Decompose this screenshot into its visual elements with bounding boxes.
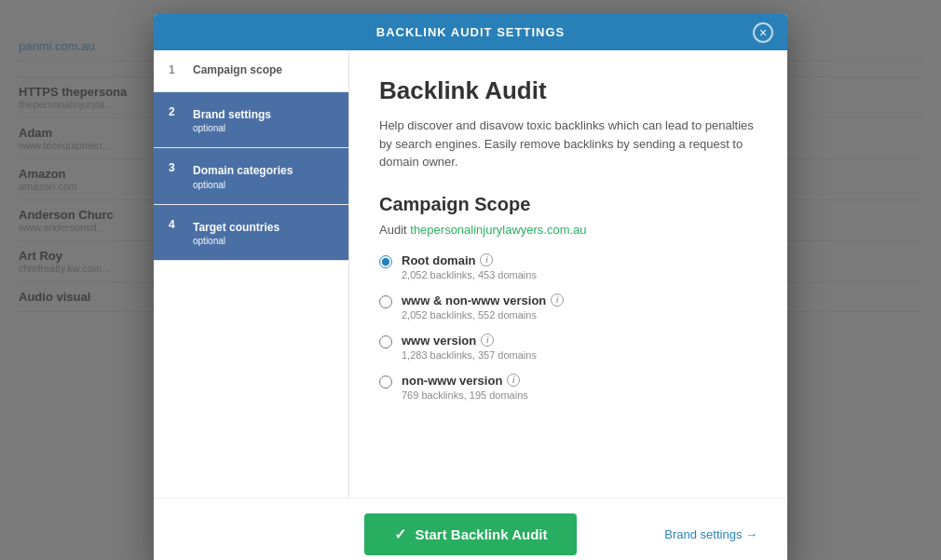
audit-domain-row: Audit thepersonalinjurylawyers.com.au bbox=[379, 223, 757, 237]
step-number: 2 bbox=[169, 105, 184, 118]
info-icon[interactable]: i bbox=[551, 294, 564, 307]
radio-group: Root domain i 2,052 backlinks, 453 domai… bbox=[379, 253, 757, 480]
section-title: Campaign Scope bbox=[379, 194, 757, 215]
sidebar-item-brand-settings[interactable]: 2 Brand settingsoptional bbox=[154, 92, 348, 149]
modal-footer: ✓ Start Backlink Audit Brand settings → bbox=[154, 498, 787, 560]
step-optional-label: optional bbox=[193, 179, 293, 191]
sidebar-item-target-countries[interactable]: 4 Target countriesoptional bbox=[154, 205, 348, 262]
step-number: 1 bbox=[169, 63, 184, 76]
sidebar-item-label: Campaign scope bbox=[193, 63, 282, 78]
radio-label-www-nonwww: www & non-www version i bbox=[402, 294, 564, 307]
brand-settings-link[interactable]: Brand settings → bbox=[664, 527, 757, 541]
checkmark-icon: ✓ bbox=[394, 526, 406, 543]
modal-header: BACKLINK AUDIT SETTINGS × bbox=[154, 14, 787, 50]
radio-stats-root: 2,052 backlinks, 453 domains bbox=[402, 269, 537, 280]
radio-input-www[interactable] bbox=[379, 335, 392, 348]
start-audit-button[interactable]: ✓ Start Backlink Audit bbox=[364, 513, 578, 555]
radio-option-www-nonwww[interactable]: www & non-www version i 2,052 backlinks,… bbox=[379, 294, 757, 321]
modal-body: 1 Campaign scope 2 Brand settingsoptiona… bbox=[154, 50, 787, 498]
modal: BACKLINK AUDIT SETTINGS × 1 Campaign sco… bbox=[154, 14, 787, 560]
sidebar-item-label: Brand settingsoptional bbox=[193, 108, 271, 135]
step-optional-label: optional bbox=[193, 235, 280, 247]
step-number: 3 bbox=[169, 161, 184, 174]
content-title: Backlink Audit bbox=[379, 76, 757, 105]
modal-sidebar: 1 Campaign scope 2 Brand settingsoptiona… bbox=[154, 50, 349, 498]
radio-option-www[interactable]: www version i 1,283 backlinks, 357 domai… bbox=[379, 334, 757, 361]
sidebar-item-domain-categories[interactable]: 3 Domain categoriesoptional bbox=[154, 148, 348, 205]
audit-label: Audit bbox=[379, 223, 407, 237]
modal-main-content: Backlink Audit Help discover and disavow… bbox=[349, 50, 787, 498]
radio-input-nonwww[interactable] bbox=[379, 376, 392, 389]
content-description: Help discover and disavow toxic backlink… bbox=[379, 116, 757, 171]
radio-stats-www-nonwww: 2,052 backlinks, 552 domains bbox=[402, 309, 564, 321]
radio-stats-www: 1,283 backlinks, 357 domains bbox=[402, 349, 537, 361]
modal-title: BACKLINK AUDIT SETTINGS bbox=[376, 25, 565, 39]
sidebar-item-campaign-scope[interactable]: 1 Campaign scope bbox=[154, 50, 348, 92]
radio-label-www: www version i bbox=[402, 334, 537, 348]
radio-label-root: Root domain i bbox=[402, 253, 537, 267]
radio-stats-nonwww: 769 backlinks, 195 domains bbox=[402, 389, 528, 401]
radio-label-nonwww: non-www version i bbox=[402, 374, 528, 388]
modal-overlay: BACKLINK AUDIT SETTINGS × 1 Campaign sco… bbox=[0, 0, 941, 560]
info-icon[interactable]: i bbox=[507, 374, 520, 387]
radio-input-root[interactable] bbox=[379, 255, 392, 268]
sidebar-item-label: Target countriesoptional bbox=[193, 221, 280, 248]
radio-option-root[interactable]: Root domain i 2,052 backlinks, 453 domai… bbox=[379, 253, 757, 280]
audit-domain-link[interactable]: thepersonalinjurylawyers.com.au bbox=[410, 223, 586, 237]
close-button[interactable]: × bbox=[753, 22, 773, 43]
radio-input-www-nonwww[interactable] bbox=[379, 295, 392, 308]
step-number: 4 bbox=[169, 218, 184, 231]
sidebar-item-label: Domain categoriesoptional bbox=[193, 164, 293, 191]
radio-option-nonwww[interactable]: non-www version i 769 backlinks, 195 dom… bbox=[379, 374, 757, 401]
info-icon[interactable]: i bbox=[481, 334, 494, 347]
step-optional-label: optional bbox=[193, 122, 271, 134]
info-icon[interactable]: i bbox=[480, 253, 493, 266]
start-button-label: Start Backlink Audit bbox=[416, 526, 548, 542]
